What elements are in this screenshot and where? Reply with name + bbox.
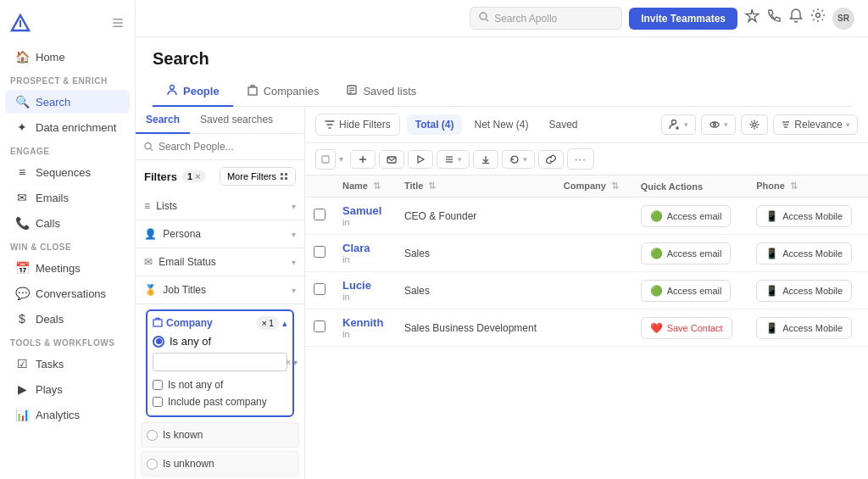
add-button[interactable] [350, 150, 376, 169]
person-name-link[interactable]: Samuel [342, 204, 387, 217]
sort-icon[interactable]: ⇅ [790, 181, 798, 191]
tab-total[interactable]: Total (4) [407, 114, 463, 135]
list-options-button[interactable]: ▾ [437, 150, 470, 169]
user-avatar[interactable]: SR [832, 8, 854, 30]
filter-section-persona-header[interactable]: 👤 Persona ▾ [136, 220, 304, 248]
tab-companies[interactable]: Companies [233, 77, 333, 107]
is-any-of-radio[interactable] [153, 336, 164, 348]
sidebar-item-home[interactable]: 🏠 Home [5, 45, 130, 69]
chevron-down-icon[interactable]: ▾ [339, 154, 343, 164]
save-contact-button[interactable]: ❤️ Save Contact [641, 317, 732, 339]
access-email-button[interactable]: 🟢 Access email [641, 280, 732, 302]
filter-section-lists-header[interactable]: ≡ Lists ▾ [136, 192, 304, 220]
relevance-sort-button[interactable]: Relevance ▾ [773, 114, 858, 135]
clear-input-icon[interactable]: × [286, 357, 291, 367]
row-checkbox-cell [305, 198, 334, 235]
search-people-input[interactable] [159, 141, 296, 153]
phone-icon[interactable] [766, 8, 782, 30]
row-checkbox[interactable] [314, 246, 326, 258]
filter-section-job-titles-header[interactable]: 🏅 Job Titles ▾ [136, 276, 304, 304]
view-options-button[interactable]: ▾ [701, 114, 736, 135]
calls-icon: 📞 [15, 216, 29, 230]
sidebar-item-analytics[interactable]: 📊 Analytics [5, 403, 130, 426]
close-icon[interactable]: × [261, 318, 266, 328]
person-name-link[interactable]: Lucie [342, 279, 387, 292]
result-tabs: Total (4) Net New (4) Saved [407, 114, 587, 135]
access-mobile-button[interactable]: 📱 Access Mobile [756, 317, 852, 339]
sort-icon[interactable]: ⇅ [611, 181, 619, 191]
sidebar-item-search[interactable]: 🔍 Search [5, 90, 130, 114]
th-company: Company ⇅ [555, 175, 632, 198]
import-contacts-button[interactable]: ▾ [661, 114, 696, 135]
filter-icon [325, 120, 335, 130]
settings-button[interactable] [741, 114, 768, 135]
access-email-button[interactable]: 🟢 Access email [641, 242, 732, 265]
row-checkbox[interactable] [314, 320, 326, 332]
is-not-any-of-checkbox[interactable] [153, 380, 163, 390]
sidebar-item-emails[interactable]: ✉ Emails [5, 186, 130, 209]
is-unknown-option[interactable]: Is unknown [141, 451, 299, 476]
svg-rect-9 [248, 87, 257, 95]
tab-net-new[interactable]: Net New (4) [465, 114, 537, 135]
svg-rect-17 [285, 173, 287, 175]
quick-actions-cell: 🟢 Access email [632, 198, 748, 235]
bell-icon[interactable] [788, 8, 804, 30]
sidebar-item-label: Tasks [36, 358, 64, 370]
sidebar-item-plays[interactable]: ▶ Plays [5, 377, 130, 401]
dropdown-chevron-icon[interactable]: ▾ [293, 358, 298, 367]
company-filter-count[interactable]: × 1 [256, 316, 279, 330]
sort-icon[interactable]: ⇅ [373, 181, 381, 191]
access-mobile-button[interactable]: 📱 Access Mobile [756, 205, 852, 227]
sort-icon[interactable]: ⇅ [428, 181, 436, 191]
close-icon[interactable]: × [195, 171, 200, 181]
tasks-icon: ☑ [15, 357, 29, 370]
grid-icon [280, 172, 288, 181]
svg-point-7 [816, 13, 821, 17]
email-button[interactable] [379, 150, 404, 169]
star-icon[interactable] [744, 8, 760, 30]
hide-filters-button[interactable]: Hide Filters [315, 114, 400, 136]
include-past-checkbox[interactable] [153, 397, 163, 407]
sequence-button[interactable] [408, 150, 433, 169]
is-known-option[interactable]: Is known [141, 422, 299, 448]
tab-companies-label: Companies [264, 85, 320, 97]
sidebar-item-data-enrichment[interactable]: ✦ Data enrichment [5, 115, 130, 139]
tab-people[interactable]: People [153, 77, 233, 107]
filter-count-badge[interactable]: 1 × [182, 170, 206, 182]
more-filters-button[interactable]: More Filters [220, 167, 296, 186]
invite-teammates-button[interactable]: Invite Teammates [629, 8, 737, 30]
person-name-link[interactable]: Clara [342, 242, 387, 254]
sidebar-item-tasks[interactable]: ☑ Tasks [5, 352, 130, 376]
page-tabs: People Companies Saved lists [153, 77, 851, 107]
global-search[interactable]: Search Apollo [470, 7, 622, 30]
link-button[interactable] [538, 150, 564, 169]
sidebar-item-conversations[interactable]: 💬 Conversations [5, 281, 130, 305]
more-button[interactable]: ··· [567, 148, 594, 170]
select-all-checkbox[interactable] [315, 149, 336, 170]
sidebar-collapse-button[interactable] [111, 16, 125, 32]
sidebar-item-meetings[interactable]: 📅 Meetings [5, 256, 130, 280]
left-tab-saved-searches[interactable]: Saved searches [190, 107, 283, 134]
chevron-up-icon[interactable]: ▴ [282, 318, 287, 329]
access-mobile-button[interactable]: 📱 Access Mobile [756, 242, 852, 265]
left-tab-search[interactable]: Search [136, 107, 190, 134]
svg-point-26 [753, 123, 756, 126]
refresh-button[interactable]: ▾ [502, 150, 535, 169]
filter-section-email-status-header[interactable]: ✉ Email Status ▾ [136, 248, 304, 276]
sidebar-item-deals[interactable]: $ Deals [5, 307, 130, 331]
company-cell [555, 198, 632, 235]
sidebar-item-sequences[interactable]: ≡ Sequences [5, 160, 130, 184]
download-button[interactable] [473, 150, 498, 169]
row-checkbox[interactable] [314, 209, 326, 220]
settings-icon[interactable] [810, 8, 826, 30]
sidebar-section-engage: Engage [0, 140, 135, 159]
company-filter-input[interactable] [159, 356, 286, 368]
tab-saved[interactable]: Saved [540, 114, 586, 135]
sidebar-item-calls[interactable]: 📞 Calls [5, 211, 130, 235]
access-email-button[interactable]: 🟢 Access email [641, 205, 732, 227]
filters-header: Filters 1 × More Filters [136, 160, 304, 192]
access-mobile-button[interactable]: 📱 Access Mobile [756, 280, 852, 302]
tab-saved-lists[interactable]: Saved lists [332, 77, 430, 107]
row-checkbox[interactable] [314, 283, 326, 295]
person-name-link[interactable]: Kennith [342, 316, 387, 329]
